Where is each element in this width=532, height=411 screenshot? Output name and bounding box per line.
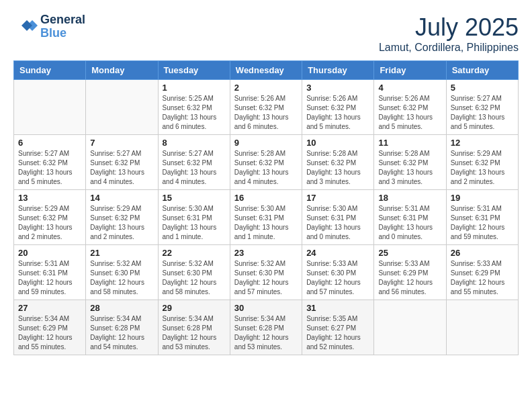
day-number: 22 [163, 248, 226, 258]
day-number: 30 [234, 303, 298, 313]
calendar-cell: 31Sunrise: 5:35 AM Sunset: 6:27 PM Dayli… [302, 300, 374, 355]
calendar-cell: 24Sunrise: 5:33 AM Sunset: 6:30 PM Dayli… [302, 245, 374, 300]
day-number: 10 [306, 138, 369, 148]
week-row-4: 20Sunrise: 5:31 AM Sunset: 6:31 PM Dayli… [14, 245, 519, 300]
day-number: 16 [234, 193, 298, 203]
calendar-cell: 9Sunrise: 5:28 AM Sunset: 6:32 PM Daylig… [230, 135, 302, 190]
calendar-cell: 13Sunrise: 5:29 AM Sunset: 6:32 PM Dayli… [14, 190, 86, 245]
day-info: Sunrise: 5:26 AM Sunset: 6:32 PM Dayligh… [306, 94, 369, 132]
weekday-header-monday: Monday [86, 61, 158, 80]
day-info: Sunrise: 5:33 AM Sunset: 6:30 PM Dayligh… [306, 259, 369, 297]
calendar-cell: 30Sunrise: 5:34 AM Sunset: 6:28 PM Dayli… [230, 300, 302, 355]
week-row-2: 6Sunrise: 5:27 AM Sunset: 6:32 PM Daylig… [14, 135, 519, 190]
day-info: Sunrise: 5:29 AM Sunset: 6:32 PM Dayligh… [451, 149, 514, 187]
day-info: Sunrise: 5:28 AM Sunset: 6:32 PM Dayligh… [306, 149, 369, 187]
week-row-1: 1Sunrise: 5:25 AM Sunset: 6:32 PM Daylig… [14, 80, 519, 135]
weekday-header-row: SundayMondayTuesdayWednesdayThursdayFrid… [14, 61, 519, 80]
day-info: Sunrise: 5:30 AM Sunset: 6:31 PM Dayligh… [163, 204, 226, 242]
week-row-3: 13Sunrise: 5:29 AM Sunset: 6:32 PM Dayli… [14, 190, 519, 245]
calendar-cell: 18Sunrise: 5:31 AM Sunset: 6:31 PM Dayli… [374, 190, 446, 245]
day-info: Sunrise: 5:35 AM Sunset: 6:27 PM Dayligh… [306, 314, 369, 352]
calendar-cell: 25Sunrise: 5:33 AM Sunset: 6:29 PM Dayli… [374, 245, 446, 300]
day-number: 14 [90, 193, 153, 203]
calendar-cell: 21Sunrise: 5:32 AM Sunset: 6:30 PM Dayli… [86, 245, 158, 300]
calendar-cell: 28Sunrise: 5:34 AM Sunset: 6:28 PM Dayli… [86, 300, 158, 355]
day-info: Sunrise: 5:26 AM Sunset: 6:32 PM Dayligh… [234, 94, 298, 132]
day-number: 31 [306, 303, 369, 313]
calendar-cell: 10Sunrise: 5:28 AM Sunset: 6:32 PM Dayli… [302, 135, 374, 190]
day-number: 29 [163, 303, 226, 313]
day-info: Sunrise: 5:28 AM Sunset: 6:32 PM Dayligh… [378, 149, 441, 187]
day-info: Sunrise: 5:33 AM Sunset: 6:29 PM Dayligh… [378, 259, 441, 297]
day-info: Sunrise: 5:31 AM Sunset: 6:31 PM Dayligh… [378, 204, 441, 242]
day-info: Sunrise: 5:34 AM Sunset: 6:28 PM Dayligh… [234, 314, 298, 352]
day-number: 23 [234, 248, 298, 258]
day-info: Sunrise: 5:33 AM Sunset: 6:29 PM Dayligh… [451, 259, 514, 297]
calendar-cell: 6Sunrise: 5:27 AM Sunset: 6:32 PM Daylig… [14, 135, 86, 190]
day-info: Sunrise: 5:31 AM Sunset: 6:31 PM Dayligh… [18, 259, 81, 297]
day-info: Sunrise: 5:27 AM Sunset: 6:32 PM Dayligh… [18, 149, 81, 187]
day-number: 8 [163, 138, 226, 148]
calendar: SundayMondayTuesdayWednesdayThursdayFrid… [13, 60, 519, 355]
day-number: 15 [163, 193, 226, 203]
day-number: 11 [378, 138, 441, 148]
calendar-cell: 3Sunrise: 5:26 AM Sunset: 6:32 PM Daylig… [302, 80, 374, 135]
calendar-cell: 14Sunrise: 5:29 AM Sunset: 6:32 PM Dayli… [86, 190, 158, 245]
day-info: Sunrise: 5:34 AM Sunset: 6:28 PM Dayligh… [90, 314, 153, 352]
weekday-header-friday: Friday [374, 61, 446, 80]
day-info: Sunrise: 5:31 AM Sunset: 6:31 PM Dayligh… [451, 204, 514, 242]
day-info: Sunrise: 5:30 AM Sunset: 6:31 PM Dayligh… [234, 204, 298, 242]
calendar-cell [374, 300, 446, 355]
weekday-header-saturday: Saturday [446, 61, 518, 80]
day-number: 13 [18, 193, 81, 203]
calendar-cell: 8Sunrise: 5:27 AM Sunset: 6:32 PM Daylig… [158, 135, 230, 190]
day-number: 28 [90, 303, 153, 313]
day-number: 19 [451, 193, 514, 203]
day-info: Sunrise: 5:27 AM Sunset: 6:32 PM Dayligh… [451, 94, 514, 132]
calendar-cell [14, 80, 86, 135]
day-number: 27 [18, 303, 81, 313]
weekday-header-thursday: Thursday [302, 61, 374, 80]
logo-line1: General [40, 13, 85, 27]
calendar-cell: 7Sunrise: 5:27 AM Sunset: 6:32 PM Daylig… [86, 135, 158, 190]
calendar-cell: 27Sunrise: 5:34 AM Sunset: 6:29 PM Dayli… [14, 300, 86, 355]
day-number: 25 [378, 248, 441, 258]
day-info: Sunrise: 5:27 AM Sunset: 6:32 PM Dayligh… [90, 149, 153, 187]
calendar-cell: 2Sunrise: 5:26 AM Sunset: 6:32 PM Daylig… [230, 80, 302, 135]
calendar-cell: 4Sunrise: 5:26 AM Sunset: 6:32 PM Daylig… [374, 80, 446, 135]
day-info: Sunrise: 5:28 AM Sunset: 6:32 PM Dayligh… [234, 149, 298, 187]
calendar-cell: 5Sunrise: 5:27 AM Sunset: 6:32 PM Daylig… [446, 80, 518, 135]
location-title: Lamut, Cordillera, Philippines [379, 42, 519, 54]
logo: General Blue [13, 13, 85, 40]
calendar-cell: 11Sunrise: 5:28 AM Sunset: 6:32 PM Dayli… [374, 135, 446, 190]
day-info: Sunrise: 5:34 AM Sunset: 6:28 PM Dayligh… [163, 314, 226, 352]
calendar-cell: 22Sunrise: 5:32 AM Sunset: 6:30 PM Dayli… [158, 245, 230, 300]
logo-icon [13, 17, 38, 36]
day-number: 9 [234, 138, 298, 148]
day-number: 17 [306, 193, 369, 203]
calendar-cell [86, 80, 158, 135]
header: General Blue July 2025 Lamut, Cordillera… [13, 13, 519, 54]
title-area: July 2025 Lamut, Cordillera, Philippines [379, 13, 519, 54]
day-number: 18 [378, 193, 441, 203]
day-number: 2 [234, 83, 298, 93]
calendar-cell: 23Sunrise: 5:32 AM Sunset: 6:30 PM Dayli… [230, 245, 302, 300]
day-number: 21 [90, 248, 153, 258]
day-number: 6 [18, 138, 81, 148]
calendar-cell: 1Sunrise: 5:25 AM Sunset: 6:32 PM Daylig… [158, 80, 230, 135]
calendar-cell: 20Sunrise: 5:31 AM Sunset: 6:31 PM Dayli… [14, 245, 86, 300]
day-number: 12 [451, 138, 514, 148]
weekday-header-sunday: Sunday [14, 61, 86, 80]
day-number: 3 [306, 83, 369, 93]
day-number: 5 [451, 83, 514, 93]
calendar-cell: 16Sunrise: 5:30 AM Sunset: 6:31 PM Dayli… [230, 190, 302, 245]
day-info: Sunrise: 5:32 AM Sunset: 6:30 PM Dayligh… [90, 259, 153, 297]
calendar-cell: 19Sunrise: 5:31 AM Sunset: 6:31 PM Dayli… [446, 190, 518, 245]
calendar-cell [446, 300, 518, 355]
day-number: 1 [163, 83, 226, 93]
day-info: Sunrise: 5:32 AM Sunset: 6:30 PM Dayligh… [234, 259, 298, 297]
day-info: Sunrise: 5:29 AM Sunset: 6:32 PM Dayligh… [90, 204, 153, 242]
day-info: Sunrise: 5:29 AM Sunset: 6:32 PM Dayligh… [18, 204, 81, 242]
day-number: 26 [451, 248, 514, 258]
calendar-cell: 15Sunrise: 5:30 AM Sunset: 6:31 PM Dayli… [158, 190, 230, 245]
